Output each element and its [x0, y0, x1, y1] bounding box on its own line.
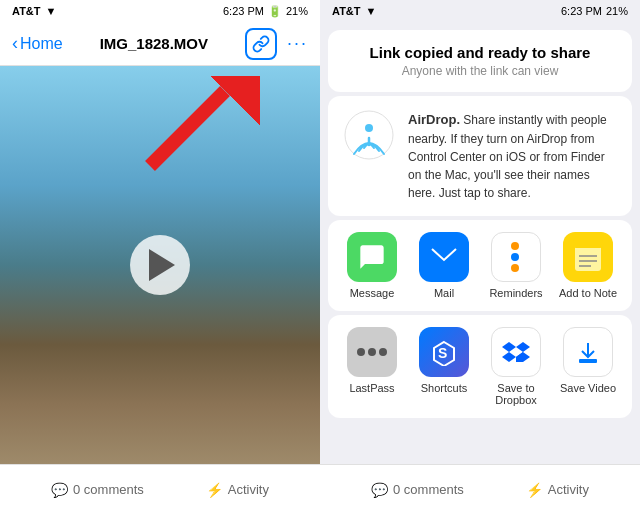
airdrop-icon [344, 110, 394, 160]
shortcuts-icon: S [419, 327, 469, 377]
share-lastpass[interactable]: LastPass [340, 327, 404, 406]
svg-marker-12 [502, 342, 516, 352]
message-icon [347, 232, 397, 282]
lightning-icon-right: ⚡ [526, 482, 543, 498]
save-video-label: Save Video [560, 382, 616, 394]
lightning-icon: ⚡ [206, 482, 223, 498]
activity-item-right[interactable]: ⚡ Activity [526, 482, 589, 498]
video-thumbnail[interactable] [0, 66, 320, 464]
airdrop-section[interactable]: AirDrop. Share instantly with people nea… [328, 96, 632, 216]
nav-bar-left: ‹ Home IMG_1828.MOV ··· [0, 22, 320, 66]
airdrop-text: AirDrop. Share instantly with people nea… [408, 110, 616, 202]
dropbox-label: Save to Dropbox [484, 382, 548, 406]
activity-item[interactable]: ⚡ Activity [206, 482, 269, 498]
lastpass-icon [347, 327, 397, 377]
status-bar-left: AT&T ▼ 6:23 PM 🔋 21% [0, 0, 320, 22]
save-video-icon [563, 327, 613, 377]
svg-rect-17 [579, 359, 597, 363]
svg-marker-13 [516, 342, 530, 352]
share-icons-section: Message Mail [328, 220, 632, 311]
share-dropbox[interactable]: Save to Dropbox [484, 327, 548, 406]
shortcuts-label: Shortcuts [421, 382, 467, 394]
comments-label-right: 0 comments [393, 482, 464, 497]
mail-icon [419, 232, 469, 282]
time-right: 6:23 PM [561, 5, 602, 17]
battery-pct-right: 21% [606, 5, 628, 17]
svg-marker-14 [502, 352, 516, 362]
more-button[interactable]: ··· [287, 33, 308, 54]
more-icons-section: LastPass S Shortcuts [328, 315, 632, 418]
activity-label-right: Activity [548, 482, 589, 497]
comments-item-right[interactable]: 💬 0 comments [371, 482, 464, 498]
battery-icon-left: 🔋 [268, 5, 282, 18]
carrier-right: AT&T [332, 5, 361, 17]
carrier-left: AT&T [12, 5, 41, 17]
comments-label: 0 comments [73, 482, 144, 497]
play-icon [149, 249, 175, 281]
comments-item[interactable]: 💬 0 comments [51, 482, 144, 498]
reminders-icon [491, 232, 541, 282]
dropbox-icon [491, 327, 541, 377]
share-mail[interactable]: Mail [412, 232, 476, 299]
left-panel: AT&T ▼ 6:23 PM 🔋 21% ‹ Home IMG_1828.MOV… [0, 0, 320, 514]
share-save-video[interactable]: Save Video [556, 327, 620, 406]
right-panel: AT&T ▼ 6:23 PM 21% Link copied and ready… [320, 0, 640, 514]
link-copied-title: Link copied and ready to share [344, 44, 616, 61]
more-icons-row: LastPass S Shortcuts [336, 327, 624, 406]
bottom-bar-right: 💬 0 comments ⚡ Activity [320, 464, 640, 514]
message-label: Message [350, 287, 395, 299]
share-sheet: Link copied and ready to share Anyone wi… [320, 22, 640, 514]
share-shortcuts[interactable]: S Shortcuts [412, 327, 476, 406]
svg-rect-6 [573, 240, 603, 248]
link-icon-button[interactable] [245, 28, 277, 60]
notes-label: Add to Note [559, 287, 617, 299]
back-label: Home [20, 35, 63, 53]
bottom-bar-left: 💬 0 comments ⚡ Activity [0, 464, 320, 514]
comment-icon-right: 💬 [371, 482, 388, 498]
back-chevron-icon: ‹ [12, 33, 18, 54]
lastpass-label: LastPass [349, 382, 394, 394]
time-left: 6:23 PM [223, 5, 264, 17]
play-button[interactable] [130, 235, 190, 295]
link-copied-subtitle: Anyone with the link can view [344, 64, 616, 78]
share-message[interactable]: Message [340, 232, 404, 299]
airdrop-name: AirDrop. [408, 112, 460, 127]
svg-point-3 [365, 124, 373, 132]
wifi-icon-left: ▼ [46, 5, 57, 17]
comment-icon: 💬 [51, 482, 68, 498]
battery-pct-left: 21% [286, 5, 308, 17]
share-add-to-notes[interactable]: Add to Note [556, 232, 620, 299]
back-button[interactable]: ‹ Home [12, 33, 63, 54]
wifi-icon-right: ▼ [366, 5, 377, 17]
share-reminders[interactable]: Reminders [484, 232, 548, 299]
status-bar-right: AT&T ▼ 6:23 PM 21% [320, 0, 640, 22]
svg-marker-16 [516, 352, 523, 362]
link-copied-banner: Link copied and ready to share Anyone wi… [328, 30, 632, 92]
mail-label: Mail [434, 287, 454, 299]
nav-title: IMG_1828.MOV [63, 35, 245, 52]
svg-rect-5 [575, 245, 601, 271]
reminders-label: Reminders [489, 287, 542, 299]
activity-label: Activity [228, 482, 269, 497]
share-icons-row: Message Mail [336, 232, 624, 299]
svg-point-2 [345, 111, 393, 159]
notes-icon [563, 232, 613, 282]
svg-text:S: S [438, 345, 447, 361]
